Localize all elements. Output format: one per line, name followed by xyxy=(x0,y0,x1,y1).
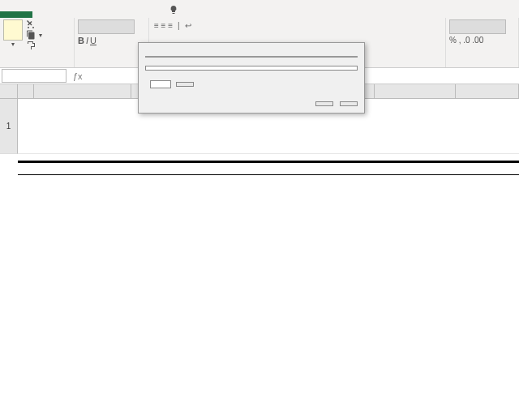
cut-button[interactable] xyxy=(26,19,42,29)
col-B[interactable] xyxy=(34,84,131,98)
rule-type-list[interactable] xyxy=(145,56,358,58)
tab-help[interactable] xyxy=(146,11,162,18)
tab-start[interactable] xyxy=(16,11,32,18)
tab-layout[interactable] xyxy=(49,11,65,18)
paste-button[interactable]: ▾ xyxy=(3,19,23,50)
col-H[interactable] xyxy=(456,84,519,98)
tab-view[interactable] xyxy=(114,11,130,18)
painter-button[interactable] xyxy=(26,41,42,50)
col-A[interactable] xyxy=(18,84,34,98)
tell-me[interactable] xyxy=(162,2,188,18)
font-family[interactable] xyxy=(78,19,135,34)
new-rule-dialog xyxy=(138,42,365,114)
tab-dev[interactable] xyxy=(130,11,146,18)
wrap-button[interactable]: ↩ xyxy=(185,21,191,30)
format-button[interactable] xyxy=(176,82,194,87)
clipboard-group-label xyxy=(3,66,71,67)
tab-file[interactable] xyxy=(0,11,16,18)
tab-review[interactable] xyxy=(97,11,114,18)
italic-button[interactable]: I xyxy=(86,36,88,45)
cancel-button[interactable] xyxy=(340,101,358,106)
select-all-corner[interactable] xyxy=(0,84,18,98)
fx-icon[interactable]: ƒx xyxy=(68,71,88,81)
tab-insert[interactable] xyxy=(32,11,49,18)
align-icons[interactable]: ≡ ≡ ≡ xyxy=(154,21,173,30)
tab-formula[interactable] xyxy=(65,11,81,18)
font-group-label xyxy=(78,66,145,67)
ok-button[interactable] xyxy=(315,101,333,106)
col-G[interactable] xyxy=(375,84,456,98)
copy-button[interactable]: ▾ xyxy=(26,30,42,40)
number-group-label xyxy=(449,66,515,67)
tab-data[interactable] xyxy=(81,11,97,18)
number-format[interactable] xyxy=(449,19,506,34)
preview-sample xyxy=(150,80,171,88)
underline-button[interactable]: U xyxy=(90,36,97,45)
name-box[interactable] xyxy=(2,69,66,83)
bold-button[interactable]: B xyxy=(78,36,84,45)
